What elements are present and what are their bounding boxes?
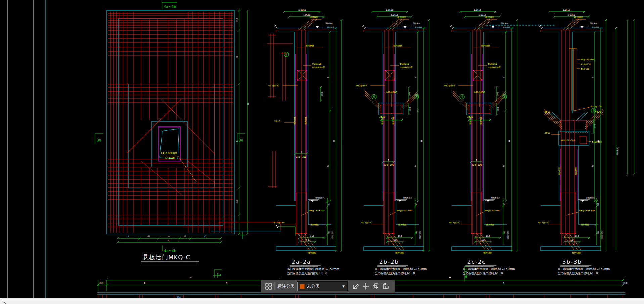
cad-label: (固定门槛) (601, 231, 603, 239)
cad-label: 150 (415, 203, 417, 207)
section-note1-s2c: 当门框墙类型为固定门槛时,h1=150mm (463, 267, 515, 271)
cad-label: b (327, 77, 329, 78)
cad-label: Φ12@150 (268, 84, 279, 87)
cad-label: 3b~1b (465, 269, 468, 279)
cad-label: 4a~4b (164, 249, 176, 253)
cad-label: (固定门槛) (331, 231, 334, 239)
tab-model-label: 模型 (5, 299, 13, 304)
cad-label: 附加钢筋 (486, 223, 494, 226)
cad-label: 4a~4b (164, 5, 176, 9)
section-s2c: 1.05La1.05La板顶锚固顶板底面预埋锚筋墙体竖筋墙体竖筋41竖向钢筋Φ6… (444, 9, 518, 275)
cad-label: b (144, 282, 146, 284)
cad-label: t (301, 151, 302, 153)
cad-label: Φ6@150 (581, 68, 589, 70)
cad-label: 1.05La (563, 9, 570, 11)
category-dropdown-value: 未分类 (307, 283, 340, 289)
loose-rebar-shapes (211, 19, 635, 239)
cad-label: h (591, 165, 594, 167)
cad-label: Φ12@150 (274, 221, 284, 224)
chevron-down-icon: ▼ (340, 285, 347, 288)
cad-label: Φ6@150 (400, 63, 409, 65)
cad-label: Φ6@150×300 (309, 209, 324, 212)
cad-label: b1 (236, 56, 238, 58)
cad-label: (墙厚) (623, 282, 628, 284)
paste-icon[interactable] (381, 282, 391, 291)
plan-title: 悬板活门MKQ-C (142, 254, 190, 261)
cad-label: Φ12@150 (444, 84, 455, 87)
cad-label: 250~300 (296, 156, 306, 158)
cad-label: 墙体竖筋 (558, 167, 561, 175)
move-icon[interactable] (361, 282, 371, 291)
cad-label: H (420, 140, 423, 142)
cad-label: 预埋锚筋 (415, 26, 422, 29)
cad-label: 2Φ16 (274, 120, 280, 123)
cad-label: b (414, 77, 417, 78)
cad-label: 150 (597, 203, 599, 207)
cad-label: c (391, 117, 392, 120)
grid-icon[interactable] (264, 282, 274, 291)
cad-label: 15d (398, 235, 402, 237)
cad-label: 300 (497, 107, 499, 111)
cad-label: h1 (503, 231, 505, 234)
cad-label: 1.05La (386, 9, 393, 11)
cad-label: 竖向钢筋 (481, 44, 490, 47)
cad-label: 预埋锚筋 (592, 26, 599, 29)
cad-label: 6 (373, 95, 375, 98)
category-dropdown[interactable]: 未分类 ▼ (297, 282, 347, 291)
cad-label: Φ10@100 (591, 105, 601, 108)
cad-label: h1 (415, 231, 417, 234)
section-title-s2c: 2c-2c (467, 259, 486, 265)
cad-label: 墙体竖筋 (480, 117, 482, 125)
section-note2-s2c: 当门框墙类型为活门槛时,h1=0 (463, 272, 503, 275)
cad-label: H (449, 276, 451, 279)
cad-label: h1 (597, 231, 599, 234)
cad-label: H (333, 140, 335, 142)
cad-label: 楼地面标高 (403, 197, 412, 199)
cad-label: Φ6@150×300 (397, 209, 412, 212)
cad-label: L (168, 239, 170, 242)
cad-label: 150 (236, 18, 238, 22)
section-s2b: 1.05La1.05La板顶锚固顶板底面预埋锚筋墙体竖筋墙体竖筋64竖向钢筋Φ6… (356, 9, 430, 275)
cad-label: 1a (217, 273, 221, 277)
cad-label: Φ10@100 (386, 91, 397, 94)
cad-label: 顶板底面 (325, 22, 333, 25)
cad-label: 4 (415, 95, 417, 98)
section-note1-s2b: 当门框墙类型为固定门槛时,h1=150mm (375, 267, 427, 271)
cad-label: t (388, 159, 389, 161)
cad-label: h (414, 165, 417, 167)
cad-label: 附加钢筋 (398, 223, 406, 226)
cad-label: 楼地面标高 (491, 197, 500, 199)
cad-window: 2Φ16 附加斜筋L=11004a~4b4a~4b3a3a150b1bb1Hdd… (0, 0, 644, 304)
cad-label: 预埋锚筋 (308, 252, 317, 254)
drawing-canvas[interactable]: 2Φ16 附加斜筋L=11004a~4b4a~4b3a3a150b1bb1Hdd… (0, 0, 644, 298)
cad-label: 板顶锚固 (485, 16, 494, 19)
cad-label: 2Φ16 附加斜筋 (161, 152, 177, 155)
cad-label: 15d (310, 235, 314, 237)
copy-icon[interactable] (371, 282, 381, 291)
cad-label: Φ16@150 (581, 63, 591, 66)
section-note2-s2b: 当门框墙类型为活门槛时,h1=0 (375, 272, 415, 275)
cad-label: 2Φ16 (379, 116, 385, 118)
cad-label: d (128, 235, 129, 237)
cad-label: Φ12@150 (356, 84, 367, 87)
cad-label: 墙体竖筋 (293, 117, 296, 125)
cad-label: Φ16@100 (592, 141, 602, 143)
category-label: 标注分类 (277, 283, 295, 289)
cad-label: Φ8@150×600 (581, 58, 595, 61)
cad-label: (墙厚) (99, 281, 105, 284)
edit-annotation-icon[interactable] (351, 282, 361, 291)
cad-label: 4 (592, 109, 594, 112)
tab-bar-edge (0, 299, 6, 304)
section-note2-s2a: 当门框墙类型为活门槛时,h1=0 (287, 272, 327, 275)
section-s2a: 1.05La1.05La板顶锚固顶板底面预埋锚筋墙体竖筋墙体竖筋1竖向钢筋Φ6@… (268, 9, 342, 275)
cad-label: 预埋锚筋 (503, 26, 510, 29)
cad-label: 300 (409, 107, 411, 111)
category-color-swatch (300, 284, 305, 289)
cad-label: H (190, 276, 191, 279)
cad-label: Φ12@150 (538, 221, 549, 224)
cad-label: Φ10@100 (474, 91, 485, 94)
cad-label: 1.05La (474, 9, 481, 11)
cad-label: 板顶锚固 (574, 16, 583, 19)
section-title-s3b: 3b-3b (562, 259, 582, 265)
cad-label: 竖向钢筋 (306, 44, 315, 47)
